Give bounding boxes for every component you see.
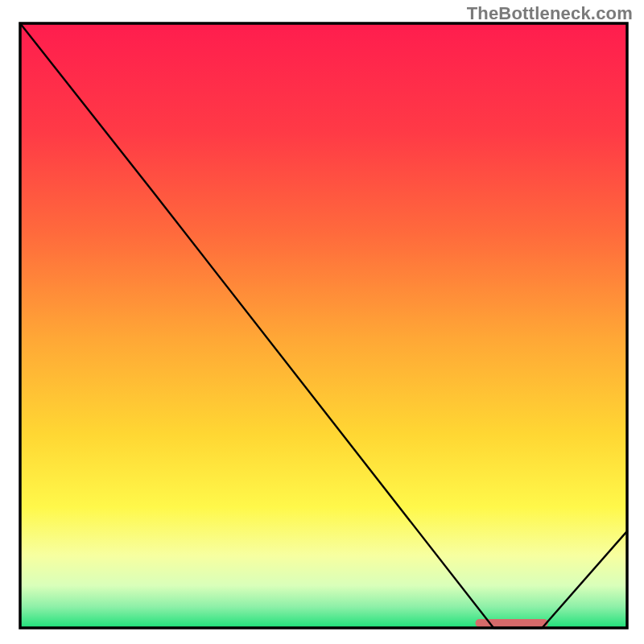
optimal-range-marker [476, 619, 548, 627]
chart-wrapper: TheBottleneck.com [0, 0, 644, 644]
bottleneck-chart [0, 0, 644, 644]
plot-background [20, 23, 627, 628]
watermark-label: TheBottleneck.com [467, 3, 633, 24]
